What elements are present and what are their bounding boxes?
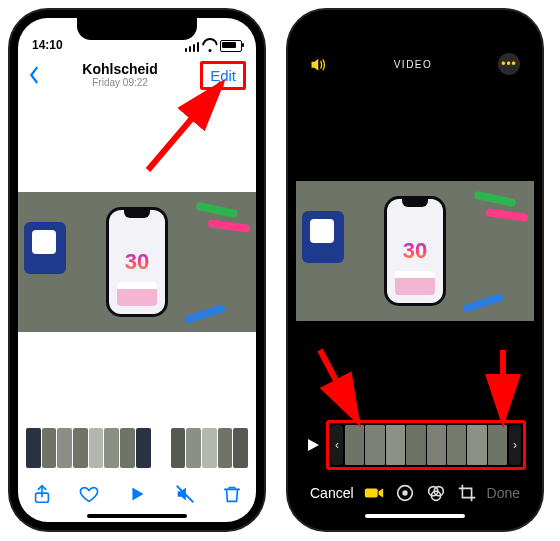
scrubber-thumbnails[interactable]	[26, 428, 248, 468]
screen-editor: VIDEO ••• 30	[296, 18, 534, 522]
favorite-button[interactable]	[78, 483, 100, 505]
trim-track[interactable]: ‹ ›	[326, 420, 526, 470]
trim-handle-right[interactable]: ›	[509, 425, 521, 465]
scene-marker	[486, 208, 529, 222]
notch	[77, 18, 197, 40]
cancel-button[interactable]: Cancel	[310, 485, 354, 501]
editor-mode-label: VIDEO	[328, 59, 498, 70]
video-tool[interactable]	[363, 482, 385, 504]
svg-marker-7	[378, 488, 383, 497]
video-preview[interactable]: 30	[296, 181, 534, 321]
play-button[interactable]	[126, 483, 148, 505]
svg-marker-1	[132, 488, 143, 501]
battery-icon	[220, 40, 242, 52]
delete-button[interactable]	[221, 483, 243, 505]
nav-bar: Kohlscheid Friday 09:22 Edit	[18, 54, 256, 96]
trim-bar: ‹ ›	[304, 424, 526, 466]
nav-title: Kohlscheid Friday 09:22	[40, 62, 200, 88]
more-button[interactable]: •••	[498, 53, 520, 75]
scene-mug	[302, 211, 344, 263]
svg-marker-5	[308, 439, 319, 451]
crop-tool[interactable]	[456, 482, 478, 504]
viewer-content[interactable]: 30	[18, 96, 256, 428]
sound-toggle[interactable]	[310, 57, 328, 71]
share-button[interactable]	[31, 483, 53, 505]
back-button[interactable]	[28, 66, 40, 84]
scene-marker	[474, 191, 517, 208]
home-indicator[interactable]	[365, 514, 465, 518]
wifi-icon	[203, 42, 216, 52]
svg-point-9	[403, 491, 407, 495]
scene-mug	[24, 222, 66, 274]
filters-tool[interactable]	[425, 482, 447, 504]
scene-phone: 30	[109, 210, 165, 314]
cellular-icon	[185, 42, 200, 52]
svg-rect-6	[364, 488, 377, 497]
nav-location: Kohlscheid	[40, 62, 200, 77]
adjust-tool[interactable]	[394, 482, 416, 504]
edit-button[interactable]: Edit	[200, 61, 246, 90]
editor-topbar: VIDEO •••	[296, 46, 534, 82]
svg-marker-4	[312, 58, 319, 70]
scene-marker	[208, 219, 251, 233]
nav-subtitle: Friday 09:22	[40, 77, 200, 88]
status-time: 14:10	[32, 38, 63, 52]
scene-badge-number: 30	[403, 238, 427, 264]
trim-handle-left[interactable]: ‹	[331, 425, 343, 465]
mute-button[interactable]	[174, 483, 196, 505]
scene-marker	[196, 202, 239, 219]
video-preview[interactable]: 30	[18, 192, 256, 332]
scene-badge-number: 30	[125, 249, 149, 275]
scene-marker	[462, 293, 504, 314]
scene-phone: 30	[387, 199, 443, 303]
scene-marker	[184, 304, 226, 325]
notch	[355, 18, 475, 40]
screen-viewer: 14:10 Kohlscheid Friday 09:22 Edit	[18, 18, 256, 522]
iphone-frame-right: VIDEO ••• 30	[288, 10, 542, 530]
iphone-frame-left: 14:10 Kohlscheid Friday 09:22 Edit	[10, 10, 264, 530]
editor-content: 30	[296, 82, 534, 420]
done-button[interactable]: Done	[487, 485, 520, 501]
home-indicator[interactable]	[87, 514, 187, 518]
play-button-mini[interactable]	[304, 436, 322, 454]
trim-frames[interactable]	[345, 425, 507, 465]
